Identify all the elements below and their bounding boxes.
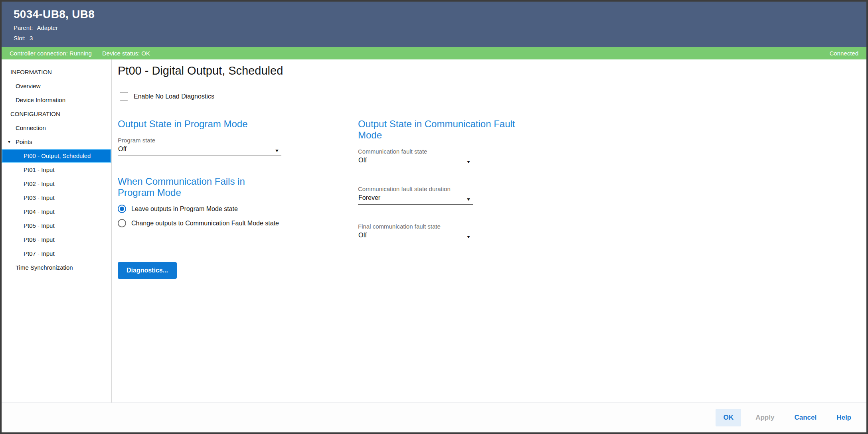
status-bar: Controller connection: Running Device st… (2, 47, 866, 59)
sidebar-nav: INFORMATION Overview Device Information … (2, 59, 112, 402)
dropdown-arrow-icon: ▼ (466, 235, 471, 239)
sidebar-item-pt00[interactable]: Pt00 - Output, Scheduled (2, 149, 111, 163)
chevron-down-icon[interactable]: ▼ (7, 140, 16, 144)
dropdown-arrow-icon: ▼ (466, 160, 471, 164)
change-outputs-option[interactable]: Change outputs to Communication Fault Mo… (118, 219, 281, 227)
sidebar-item-device-information[interactable]: Device Information (2, 93, 111, 107)
sidebar-item-connection[interactable]: Connection (2, 121, 111, 135)
comm-fault-state-value: Off (358, 157, 367, 164)
no-load-diagnostics-checkbox[interactable] (120, 92, 128, 101)
program-mode-heading: Output State in Program Mode (118, 118, 281, 130)
comm-fault-state-dropdown[interactable]: Off ▼ (358, 156, 473, 167)
sidebar-item-points-label: Points (16, 138, 32, 145)
program-state-label: Program state (118, 137, 281, 144)
parent-label: Parent: (14, 24, 33, 31)
sidebar-section-configuration: CONFIGURATION (2, 107, 111, 121)
sidebar-item-pt06[interactable]: Pt06 - Input (2, 233, 111, 247)
change-outputs-radio[interactable] (118, 219, 126, 227)
program-mode-column: Output State in Program Mode Program sta… (118, 118, 281, 227)
sidebar-section-information: INFORMATION (2, 65, 111, 79)
device-header: 5034-UB8, UB8 Parent: Adapter Slot: 3 (2, 2, 866, 47)
sidebar-item-pt04[interactable]: Pt04 - Input (2, 205, 111, 219)
no-load-diagnostics-label: Enable No Load Diagnostics (134, 93, 214, 100)
device-status: Device status: OK (102, 50, 150, 57)
comm-fault-duration-value: Forever (358, 194, 380, 201)
final-comm-fault-state-value: Off (358, 232, 367, 239)
final-comm-fault-state-field: Final communication fault state Off ▼ (358, 223, 473, 242)
leave-outputs-radio[interactable] (118, 205, 126, 213)
change-outputs-label: Change outputs to Communication Fault Mo… (131, 220, 279, 227)
device-slot-row: Slot: 3 (14, 35, 854, 41)
no-load-diagnostics-row[interactable]: Enable No Load Diagnostics (120, 92, 214, 101)
controller-connection-status: Controller connection: Running (10, 50, 92, 57)
ok-button[interactable]: OK (716, 409, 741, 426)
sidebar-item-pt02[interactable]: Pt02 - Input (2, 177, 111, 191)
slot-label: Slot: (14, 35, 26, 41)
program-state-value: Off (118, 146, 127, 153)
dropdown-arrow-icon: ▼ (466, 197, 471, 201)
cancel-button[interactable]: Cancel (789, 409, 822, 426)
program-state-dropdown[interactable]: Off ▼ (118, 145, 281, 156)
fault-mode-column: Output State in Communication Fault Mode… (358, 118, 473, 242)
fault-mode-heading: Output State in Communication Fault Mode (358, 118, 534, 141)
program-state-field: Program state Off ▼ (118, 137, 281, 156)
sidebar-item-overview[interactable]: Overview (2, 79, 111, 93)
device-parent-row: Parent: Adapter (14, 24, 854, 31)
comm-fail-heading: When Communication Fails in Program Mode (118, 176, 281, 198)
sidebar-item-pt01[interactable]: Pt01 - Input (2, 163, 111, 177)
main-panel: Pt00 - Digital Output, Scheduled Enable … (112, 59, 866, 402)
leave-outputs-option[interactable]: Leave outputs in Program Mode state (118, 205, 281, 213)
sidebar-item-pt07[interactable]: Pt07 - Input (2, 247, 111, 260)
page-title: Pt00 - Digital Output, Scheduled (118, 64, 283, 77)
dropdown-arrow-icon: ▼ (275, 148, 280, 153)
leave-outputs-label: Leave outputs in Program Mode state (131, 205, 238, 213)
apply-button[interactable]: Apply (750, 409, 780, 426)
module-properties-window: 5034-UB8, UB8 Parent: Adapter Slot: 3 Co… (0, 0, 868, 434)
body: INFORMATION Overview Device Information … (2, 59, 866, 403)
help-button[interactable]: Help (831, 409, 857, 426)
sidebar-item-time-synchronization[interactable]: Time Synchronization (2, 260, 111, 274)
final-comm-fault-state-dropdown[interactable]: Off ▼ (358, 231, 473, 242)
parent-value: Adapter (37, 24, 58, 31)
comm-fault-state-field: Communication fault state Off ▼ (358, 148, 473, 167)
sidebar-item-points[interactable]: ▼ Points (2, 135, 111, 149)
final-comm-fault-state-label: Final communication fault state (358, 223, 473, 230)
footer-action-bar: OK Apply Cancel Help (2, 403, 866, 432)
slot-value: 3 (30, 35, 33, 41)
comm-fault-state-label: Communication fault state (358, 148, 473, 155)
comm-fault-duration-dropdown[interactable]: Forever ▼ (358, 193, 473, 205)
comm-fault-duration-label: Communication fault state duration (358, 185, 473, 192)
sidebar-item-pt03[interactable]: Pt03 - Input (2, 191, 111, 205)
sidebar-item-pt05[interactable]: Pt05 - Input (2, 219, 111, 233)
comm-fault-duration-field: Communication fault state duration Forev… (358, 185, 473, 205)
diagnostics-button[interactable]: Diagnostics... (118, 262, 177, 279)
device-title: 5034-UB8, UB8 (14, 8, 854, 21)
connection-state: Connected (829, 50, 858, 57)
